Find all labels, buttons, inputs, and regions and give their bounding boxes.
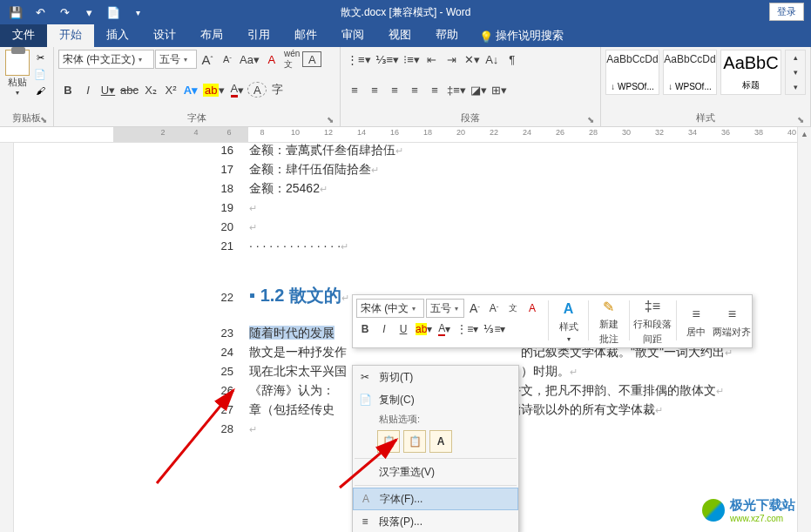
styles-more-button[interactable]: ▾ [786, 79, 805, 94]
decrease-indent-button[interactable]: ⇤ [422, 50, 442, 69]
mini-grow-font-button[interactable]: Aˆ [466, 300, 483, 317]
scroll-up-icon[interactable]: ▲ [798, 127, 811, 141]
highlight-button[interactable]: ab▾ [201, 80, 226, 99]
distribute-button[interactable]: ≡ [425, 80, 444, 99]
tab-home[interactable]: 开始 [47, 23, 94, 47]
mini-numbering-button[interactable]: ⅓≡▾ [482, 320, 507, 338]
clear-format-button[interactable]: A [262, 50, 281, 69]
mini-italic-button[interactable]: I [375, 320, 393, 338]
underline-button[interactable]: U▾ [98, 80, 118, 99]
mini-bullets-button[interactable]: ⋮≡▾ [455, 320, 480, 338]
show-marks-button[interactable]: ¶ [503, 50, 522, 69]
dialog-launcher-icon[interactable]: ⬊ [587, 115, 594, 125]
vertical-scrollbar[interactable]: ▲ [797, 127, 811, 532]
font-color-button[interactable]: A▾ [227, 80, 247, 99]
tab-view[interactable]: 视图 [376, 23, 423, 47]
sort-button[interactable]: A↓ [483, 50, 502, 69]
mini-font-combo[interactable]: 宋体 (中文▾ [356, 299, 424, 318]
undo-icon[interactable]: ↶ [29, 2, 51, 23]
qat-customize-icon[interactable]: ▾ [126, 2, 149, 23]
paste-keep-source-button[interactable]: 📋 [377, 430, 400, 453]
bullets-button[interactable]: ⋮≡▾ [345, 50, 373, 69]
enclose-char-button[interactable]: 字 [267, 80, 287, 99]
mini-justify-button[interactable]: ≡ 两端对齐 [713, 295, 752, 347]
mini-font-color-button[interactable]: A▾ [436, 320, 453, 338]
shading-button[interactable]: ◪▾ [469, 80, 489, 99]
align-left-button[interactable]: ≡ [345, 80, 364, 99]
borders-button[interactable]: ⊞▾ [490, 80, 509, 99]
strike-button[interactable]: abc [118, 80, 140, 99]
ctx-cut[interactable]: ✂ 剪切(T) [353, 366, 518, 388]
style-item[interactable]: AaBbCcDd ↓ WPSOf... [663, 50, 717, 95]
text-effects-button[interactable]: A▾ [181, 80, 200, 99]
mini-bold-button[interactable]: B [356, 320, 374, 338]
paste-text-only-button[interactable]: A [429, 430, 452, 453]
line-spacing-button[interactable]: ‡≡▾ [445, 80, 468, 99]
text-direction-button[interactable]: ✕▾ [463, 50, 482, 69]
tab-review[interactable]: 审阅 [329, 23, 376, 47]
touch-mode-icon[interactable]: 📄 [102, 2, 125, 23]
mini-underline-button[interactable]: U [395, 320, 412, 338]
text-line[interactable]: 16金额：壹萬贰仟叁佰肆拾伍↵ [14, 143, 811, 162]
ctx-font[interactable]: A 字体(F)... [353, 488, 518, 510]
ctx-copy[interactable]: 📄 复制(C) [353, 388, 518, 411]
tab-insert[interactable]: 插入 [94, 23, 141, 47]
tab-references[interactable]: 引用 [235, 23, 282, 47]
cut-button[interactable]: ✂ [31, 50, 49, 65]
grow-font-button[interactable]: Aˆ [198, 50, 217, 69]
increase-indent-button[interactable]: ⇥ [443, 50, 462, 69]
tab-layout[interactable]: 布局 [188, 23, 235, 47]
align-right-button[interactable]: ≡ [385, 80, 404, 99]
mini-phonetic-button[interactable]: 文 [504, 300, 522, 317]
align-center-button[interactable]: ≡ [365, 80, 384, 99]
horizontal-ruler[interactable]: 246810121416182022242628303234363840 [0, 127, 811, 143]
dialog-launcher-icon[interactable]: ⬊ [327, 115, 334, 125]
text-line[interactable]: 19↵ [14, 200, 811, 219]
tab-design[interactable]: 设计 [141, 23, 188, 47]
mini-clear-button[interactable]: A [524, 300, 541, 317]
dialog-launcher-icon[interactable]: ⬊ [40, 115, 47, 125]
superscript-button[interactable]: X² [161, 80, 180, 99]
font-size-combo[interactable]: 五号▾ [155, 50, 197, 69]
char-border-button[interactable]: A [302, 51, 321, 67]
copy-button[interactable]: 📄 [31, 66, 49, 82]
change-case-button[interactable]: Aa▾ [238, 50, 261, 69]
paste-button[interactable]: 粘贴 ▾ [4, 50, 30, 98]
mini-highlight-button[interactable]: ab▾ [414, 320, 434, 338]
subscript-button[interactable]: X₂ [141, 80, 160, 99]
multilevel-button[interactable]: ⁝≡▾ [402, 50, 422, 69]
justify-button[interactable]: ≡ [405, 80, 424, 99]
styles-gallery[interactable]: AaBbCcDd ↓ WPSOf... AaBbCcDd ↓ WPSOf... … [605, 50, 806, 95]
font-name-combo[interactable]: 宋体 (中文正文)▾ [58, 50, 154, 69]
tab-help[interactable]: 帮助 [423, 23, 470, 47]
mini-center-button[interactable]: ≡ 居中 [679, 295, 713, 347]
bold-button[interactable]: B [58, 80, 78, 99]
ctx-paragraph[interactable]: ≡ 段落(P)... [353, 510, 518, 532]
qat-more-icon[interactable]: ▾ [78, 2, 100, 23]
text-line[interactable]: 20↵ [14, 219, 811, 239]
numbering-button[interactable]: ⅓≡▾ [374, 50, 402, 69]
ctx-hanzi-reconvert[interactable]: 汉字重选(V) [353, 461, 518, 483]
mini-new-comment-button[interactable]: ✎ 新建 批注 [592, 295, 625, 347]
style-item[interactable]: AaBbCcDd ↓ WPSOf... [605, 50, 659, 95]
italic-button[interactable]: I [78, 80, 98, 99]
phonetic-guide-button[interactable]: wén文 [282, 50, 301, 69]
text-line[interactable]: 21· · · · · · · · · · · · · ·↵ [14, 239, 811, 258]
mini-line-spacing-button[interactable]: ‡≡ 行和段落 间距 [632, 295, 672, 347]
text-line[interactable]: 17金额：肆仟伍佰陆拾叁↵ [14, 162, 811, 181]
style-item[interactable]: AaBbC 标题 [720, 50, 781, 95]
mini-shrink-font-button[interactable]: Aˇ [485, 300, 503, 317]
styles-row-up-button[interactable]: ▴ [786, 51, 805, 65]
redo-icon[interactable]: ↷ [53, 2, 76, 23]
mini-size-combo[interactable]: 五号▾ [426, 299, 464, 318]
styles-row-down-button[interactable]: ▾ [786, 65, 805, 80]
char-shading-button[interactable]: A [247, 82, 267, 98]
login-button[interactable]: 登录 [769, 3, 804, 21]
tab-mailings[interactable]: 邮件 [282, 23, 329, 47]
vertical-ruler[interactable] [0, 143, 14, 532]
mini-styles-button[interactable]: A 样式▾ [552, 295, 585, 347]
save-icon[interactable]: 💾 [4, 2, 27, 23]
tell-me-search[interactable]: 💡 操作说明搜索 [470, 24, 572, 47]
tab-file[interactable]: 文件 [0, 23, 47, 47]
dialog-launcher-icon[interactable]: ⬊ [797, 115, 804, 125]
